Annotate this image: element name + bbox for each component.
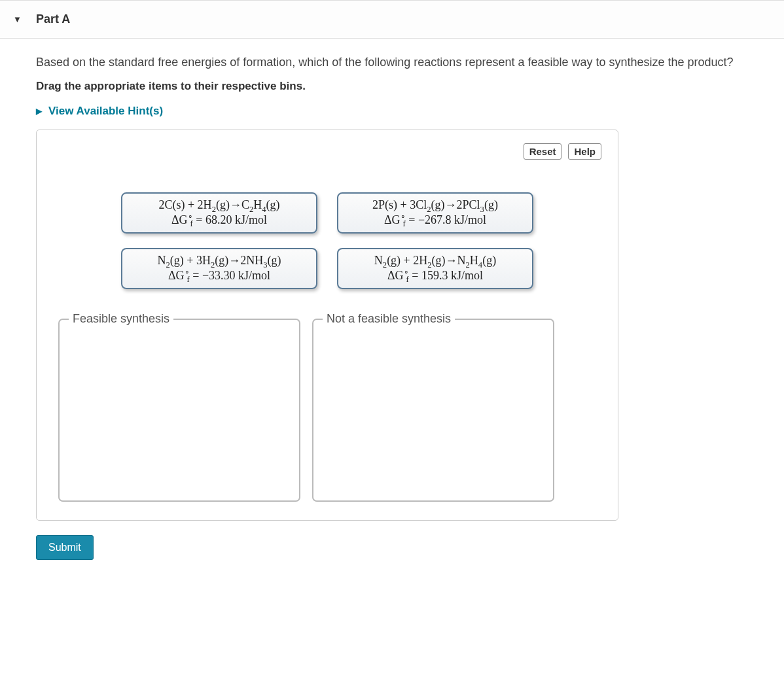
reaction-equation: 2C(s) + 2H2(g)→C2H4(g)	[128, 198, 311, 213]
reaction-dg: ΔG∘f = 159.3 kJ/mol	[344, 268, 527, 283]
hints-toggle[interactable]: ▶ View Available Hint(s)	[36, 105, 748, 118]
question-text: Based on the standard free energies of f…	[36, 54, 748, 71]
tile-row: 2C(s) + 2H2(g)→C2H4(g) ΔG∘f = 68.20 kJ/m…	[121, 192, 533, 234]
reaction-equation: 2P(s) + 3Cl2(g)→2PCl3(g)	[344, 198, 527, 213]
bin-row: Feasible synthesis Not a feasible synthe…	[58, 319, 601, 502]
bin-label: Not a feasible synthesis	[323, 312, 455, 326]
work-panel: Reset Help 2C(s) + 2H2(g)→C2H4(g) ΔG∘f =…	[36, 130, 618, 521]
help-button[interactable]: Help	[568, 143, 601, 160]
tile-source-area: 2C(s) + 2H2(g)→C2H4(g) ΔG∘f = 68.20 kJ/m…	[53, 192, 601, 289]
expand-caret-icon: ▶	[36, 107, 42, 116]
reaction-dg: ΔG∘f = −33.30 kJ/mol	[128, 268, 311, 283]
part-body: Based on the standard free energies of f…	[0, 39, 784, 580]
bin-label: Feasible synthesis	[69, 312, 173, 326]
collapse-caret-icon: ▼	[13, 14, 22, 24]
panel-actions: Reset Help	[53, 143, 601, 160]
reaction-tile-c2h4[interactable]: 2C(s) + 2H2(g)→C2H4(g) ΔG∘f = 68.20 kJ/m…	[121, 192, 317, 234]
reaction-tile-n2h4[interactable]: N2(g) + 2H2(g)→N2H4(g) ΔG∘f = 159.3 kJ/m…	[337, 248, 533, 289]
instruction-text: Drag the appropriate items to their resp…	[36, 80, 748, 93]
tile-row: N2(g) + 3H2(g)→2NH3(g) ΔG∘f = −33.30 kJ/…	[121, 248, 533, 289]
part-header[interactable]: ▼ Part A	[0, 0, 784, 39]
reaction-equation: N2(g) + 3H2(g)→2NH3(g)	[128, 253, 311, 268]
reaction-equation: N2(g) + 2H2(g)→N2H4(g)	[344, 253, 527, 268]
part-title: Part A	[36, 12, 70, 26]
submit-button[interactable]: Submit	[36, 535, 94, 560]
reaction-tile-pcl3[interactable]: 2P(s) + 3Cl2(g)→2PCl3(g) ΔG∘f = −267.8 k…	[337, 192, 533, 234]
hints-label: View Available Hint(s)	[48, 105, 163, 118]
reset-button[interactable]: Reset	[524, 143, 562, 160]
bin-feasible[interactable]: Feasible synthesis	[58, 319, 300, 502]
reaction-dg: ΔG∘f = 68.20 kJ/mol	[128, 213, 311, 228]
reaction-tile-nh3[interactable]: N2(g) + 3H2(g)→2NH3(g) ΔG∘f = −33.30 kJ/…	[121, 248, 317, 289]
bin-not-feasible[interactable]: Not a feasible synthesis	[312, 319, 554, 502]
reaction-dg: ΔG∘f = −267.8 kJ/mol	[344, 213, 527, 228]
